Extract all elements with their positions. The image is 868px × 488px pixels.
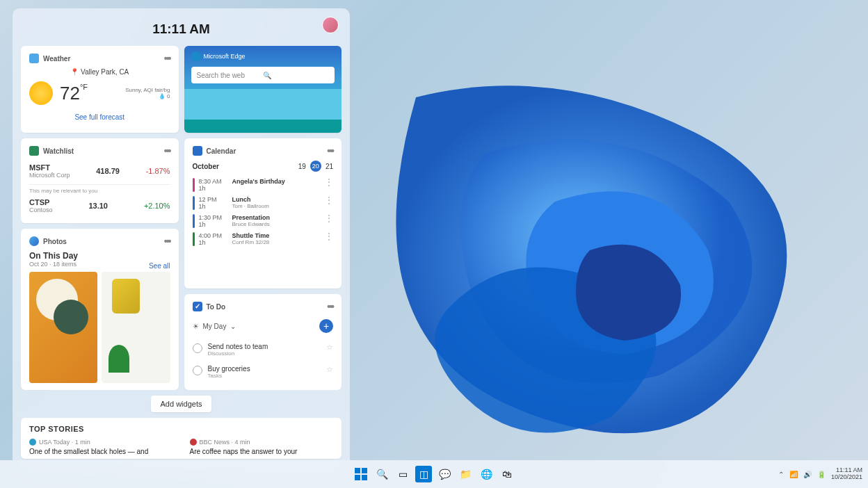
stock-row[interactable]: CTSPContoso 13.10 +2.10% xyxy=(29,195,170,216)
photos-widget[interactable]: Photos ••• On This Day Oct 20 · 18 items… xyxy=(21,229,179,390)
todo-icon: ✓ xyxy=(193,302,202,311)
bloom-graphic xyxy=(277,28,868,480)
checkbox[interactable] xyxy=(193,366,202,375)
calendar-title: Calendar xyxy=(207,147,236,155)
chevron-down-icon[interactable]: ⌄ xyxy=(230,323,236,330)
see-forecast-link[interactable]: See full forecast xyxy=(29,113,170,121)
star-icon[interactable]: ☆ xyxy=(326,365,333,374)
start-button[interactable] xyxy=(353,466,369,482)
svg-rect-0 xyxy=(355,468,360,473)
todo-item[interactable]: Buy groceriesTasks☆ xyxy=(193,361,334,383)
more-icon[interactable]: ••• xyxy=(164,145,170,156)
weather-widget[interactable]: Weather ••• 📍 Valley Park, CA 72°F Sunny… xyxy=(21,46,179,133)
story-item[interactable]: BBC News · 4 min Are coffee naps the ans… xyxy=(190,439,334,456)
edge-icon xyxy=(191,51,201,61)
search-icon: 🔍 xyxy=(263,72,329,79)
explorer-button[interactable]: 📁 xyxy=(457,466,474,482)
watchlist-widget[interactable]: Watchlist ••• MSFTMicrosoft Corp 418.79 … xyxy=(21,138,179,223)
add-task-button[interactable]: + xyxy=(319,319,333,333)
volume-icon[interactable]: 🔊 xyxy=(803,471,812,478)
add-widgets-button[interactable]: Add widgets xyxy=(151,396,212,412)
calendar-event[interactable]: 4:00 PM1hShuttle TimeConf Rm 32/28⋮ xyxy=(193,230,334,248)
store-button[interactable]: 🛍 xyxy=(499,466,515,482)
edge-widget[interactable]: Microsoft Edge Search the web 🔍 📍 Tulum … xyxy=(184,46,342,133)
task-view-button[interactable]: ▭ xyxy=(394,466,411,482)
widgets-header: 11:11 AM xyxy=(21,17,341,42)
battery-icon[interactable]: 🔋 xyxy=(817,471,826,478)
calendar-event[interactable]: 8:30 AM1hAngela's Birthday⋮ xyxy=(193,176,334,194)
search-button[interactable]: 🔍 xyxy=(373,466,390,482)
watchlist-title: Watchlist xyxy=(43,147,74,155)
top-stories-widget: TOP STORIES USA Today · 1 min One of the… xyxy=(21,418,341,459)
more-icon[interactable]: ••• xyxy=(327,145,333,156)
calendar-today[interactable]: 20 xyxy=(310,161,321,172)
more-icon[interactable]: ••• xyxy=(164,53,170,64)
calendar-widget[interactable]: Calendar ••• October 19 20 21 8:30 AM1hA… xyxy=(184,138,342,288)
edge-image: 📍 Tulum Classic, Japan ⤢ xyxy=(184,89,342,133)
more-icon[interactable]: ••• xyxy=(327,301,333,312)
checkbox[interactable] xyxy=(193,343,202,353)
calendar-event[interactable]: 12 PM1hLunchTom · Ballroom⋮ xyxy=(193,194,334,212)
photo-thumbnail[interactable] xyxy=(29,272,97,383)
todo-item[interactable]: Send notes to teamDiscussion☆ xyxy=(193,339,334,361)
sun-icon xyxy=(29,81,53,105)
todo-title: To Do xyxy=(207,303,226,311)
weather-title: Weather xyxy=(43,55,70,63)
more-icon[interactable]: ••• xyxy=(164,236,170,247)
star-icon[interactable]: ☆ xyxy=(326,343,333,352)
calendar-icon xyxy=(193,146,202,156)
stock-row[interactable]: MSFTMicrosoft Corp 418.79 -1.87% xyxy=(29,161,170,181)
user-avatar[interactable] xyxy=(322,17,339,33)
taskbar: 🔍 ▭ ◫ 💬 📁 🌐 🛍 ⌃ 📶 🔊 🔋 11:11 AM 10/20/202… xyxy=(0,460,868,488)
photos-title: Photos xyxy=(43,238,67,245)
panel-time: 11:11 AM xyxy=(152,22,210,37)
taskbar-clock[interactable]: 11:11 AM 10/20/2021 xyxy=(831,467,862,481)
chat-button[interactable]: 💬 xyxy=(436,466,453,482)
weather-temp: 72 xyxy=(60,83,80,104)
see-all-link[interactable]: See all xyxy=(149,262,170,270)
photos-icon xyxy=(29,236,39,246)
svg-rect-3 xyxy=(362,475,367,480)
edge-search-input[interactable]: Search the web 🔍 xyxy=(191,67,335,83)
sun-icon: ☀ xyxy=(193,323,199,330)
wifi-icon[interactable]: 📶 xyxy=(789,471,798,478)
svg-rect-2 xyxy=(355,475,360,480)
weather-location: 📍 Valley Park, CA xyxy=(29,68,170,76)
widgets-panel: 11:11 AM Weather ••• 📍 Valley Park, CA 7… xyxy=(13,8,350,467)
top-stories-title: TOP STORIES xyxy=(29,425,333,433)
stocks-icon xyxy=(29,146,39,156)
weather-icon xyxy=(29,54,39,63)
tray-chevron-icon[interactable]: ⌃ xyxy=(778,471,784,478)
todo-widget[interactable]: ✓ To Do ••• ☀ My Day ⌄ + Send notes to t… xyxy=(184,294,342,390)
svg-rect-1 xyxy=(362,468,367,473)
calendar-event[interactable]: 1:30 PM1hPresentationBruce Edwards⋮ xyxy=(193,212,334,230)
edge-button[interactable]: 🌐 xyxy=(478,466,495,482)
widgets-button[interactable]: ◫ xyxy=(415,466,432,482)
photo-thumbnail[interactable] xyxy=(102,272,170,383)
story-item[interactable]: USA Today · 1 min One of the smallest bl… xyxy=(29,439,173,456)
